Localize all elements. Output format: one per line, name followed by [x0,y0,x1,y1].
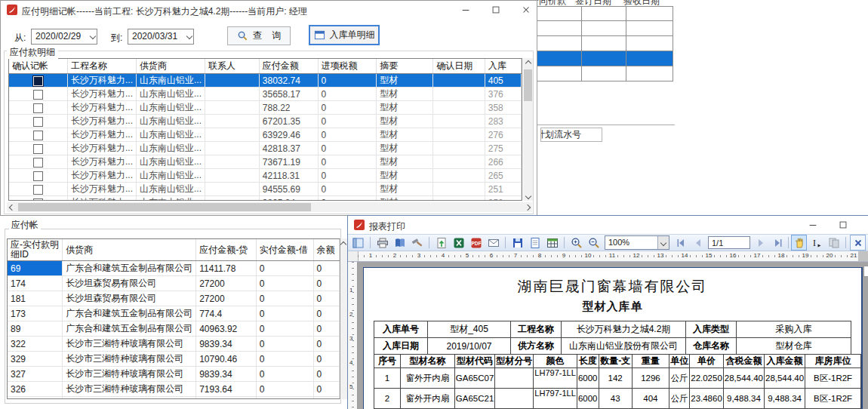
cell[interactable]: 0 [313,337,339,352]
cell[interactable]: 长沙坦森贸易有限公司 [63,276,196,291]
page-indicator-input[interactable]: 1/1 [708,236,750,249]
confirm-checkbox[interactable] [33,103,43,113]
cell[interactable]: 0 [256,261,313,276]
cell[interactable]: 0 [313,276,339,291]
cell[interactable]: 广东合和建筑五金制品有限公司 [63,261,196,276]
scroll-up-icon[interactable] [340,241,346,248]
next-page-button[interactable] [753,235,768,251]
hand-tool-button[interactable] [791,235,807,251]
cell[interactable]: 0 [256,276,313,291]
cell[interactable]: 322 [8,337,63,352]
report-panel-button[interactable] [350,235,366,251]
cell[interactable]: 27200 [196,291,257,306]
scrollbar-thumb[interactable] [524,69,532,101]
cell[interactable]: 69 [8,261,63,276]
column-header[interactable]: 供货商 [63,239,196,261]
cell[interactable]: 长沙市三湘特种玻璃有限公司 [63,352,196,367]
column-header[interactable]: 摘要 [377,59,433,74]
cell[interactable]: 长沙市三湘特种玻璃有限公司 [63,337,196,352]
scroll-right-icon[interactable] [524,204,530,210]
column-header[interactable]: 应付金额 [259,59,318,74]
column-header[interactable]: 余额 [313,239,339,261]
cell[interactable]: 长沙市三湘特种玻璃有限公司 [63,367,196,382]
close-button[interactable] [861,216,868,234]
cell[interactable]: 0 [256,367,313,382]
table-row[interactable]: 长沙万科魅力...山东南山铝业...94555.690型材251 [9,183,522,196]
view-document-button[interactable] [527,235,543,251]
cell[interactable]: 长沙坦森贸易有限公司 [63,291,196,306]
scroll-left-icon[interactable] [8,204,14,210]
send-mail-button[interactable] [485,235,501,251]
titlebar[interactable]: 应付明细记帐------当前工程: 长沙万科魅力之城4.2期------当前用户… [1,1,537,20]
report-preview-area[interactable]: 12345 湖南巨晟门窗幕墙有限公司 型材入库单 入库单号型材_405工程名称长… [348,262,868,409]
close-button[interactable] [514,1,538,19]
first-page-button[interactable] [673,235,688,251]
table-row[interactable] [528,66,673,81]
column-header[interactable]: 入库 [485,59,521,74]
confirm-checkbox[interactable] [33,158,43,168]
column-header[interactable]: 供货商 [137,59,205,74]
printer-button[interactable] [374,235,390,251]
table-row[interactable]: 173广东合和建筑五金制品有限公司774.400 [8,306,340,321]
inbound-detail-button[interactable]: 入库单明细 [309,25,380,45]
cell[interactable]: 0 [256,321,313,337]
table-row[interactable]: 327长沙市三湘特种玻璃有限公司9839.3400 [8,367,340,382]
copy-pages-button[interactable] [826,235,842,251]
cell[interactable]: 174 [8,276,63,291]
column-header[interactable]: 应付金额-贷 [196,239,257,261]
column-header[interactable]: 进项税额 [318,59,377,74]
cell[interactable] [196,397,257,400]
table-row[interactable]: 89广东合和建筑五金制品有限公司40963.9200 [8,321,340,337]
table-row[interactable]: 326长沙市三湘特种玻璃有限公司7193.6400 [8,382,340,397]
export-grid-button[interactable] [544,235,560,251]
table-row[interactable]: 长沙万科魅力...山东南山铝业...63929.460型材276 [9,128,522,142]
confirm-checkbox[interactable] [33,198,43,201]
confirm-checkbox[interactable] [33,117,43,127]
zoom-out-button[interactable] [586,235,602,251]
save-report-button[interactable] [509,235,525,251]
scroll-up-icon[interactable] [525,60,531,66]
preview-scrollbar-top[interactable] [863,266,868,277]
table-row[interactable]: 69广东合和建筑五金制品有限公司11411.7800 [8,261,340,276]
table-row[interactable]: 329长沙市三湘特种玻璃有限公司10790.4600 [8,352,340,367]
cell[interactable]: 0 [313,382,339,397]
cell[interactable]: 0 [313,306,339,321]
cell[interactable]: 27200 [196,276,257,291]
table-row[interactable]: 长沙万科魅力...山东南山铝业...38032.740型材405 [9,74,522,88]
minimize-button[interactable] [454,1,478,19]
minimize-button[interactable] [801,216,825,234]
maximize-button[interactable] [831,216,855,234]
confirm-checkbox[interactable] [33,76,43,86]
table-row[interactable]: 长沙万科魅力...山东南山铝业...788.220型材358 [9,101,522,115]
cell[interactable]: 181 [8,291,63,306]
cell[interactable]: 0 [313,367,339,382]
page-options-button[interactable] [409,235,425,251]
zoom-in-button[interactable] [568,235,584,251]
table-row[interactable]: 长沙万科魅力...山东南山铝业...35658.170型材376 [9,88,522,101]
zoom-combobox[interactable]: 100% [605,235,669,250]
cell[interactable] [8,397,63,400]
column-header[interactable]: 确认日期 [433,59,485,74]
confirm-checkbox[interactable] [33,131,43,140]
maximize-button[interactable] [484,1,508,19]
prev-page-button[interactable] [690,235,706,251]
cell[interactable]: 广东合和建筑五金制品有限公司 [63,321,196,337]
export-report-button[interactable] [433,235,449,251]
scroll-down-icon[interactable] [525,192,531,198]
table-row[interactable]: 长沙市三湘特种玻璃有限公司 [8,397,340,400]
table-row[interactable]: 长沙万科魅力...山东南山铝业...42118.310型材265 [9,169,522,183]
cell[interactable]: 327 [8,367,63,382]
cell[interactable]: 7193.64 [196,382,257,397]
table-row[interactable]: 181长沙坦森贸易有限公司2720000 [8,291,340,306]
table-row[interactable]: 长沙万科魅力...山东南山铝业...73671.190型材266 [9,155,522,169]
table-row[interactable] [528,36,673,51]
cell[interactable]: 0 [313,352,339,367]
cell[interactable]: 0 [256,337,313,352]
cell[interactable] [313,397,339,400]
cell[interactable]: 0 [313,261,339,276]
cell[interactable]: 9839.34 [196,367,257,382]
table-row[interactable]: 174长沙坦森贸易有限公司2720000 [8,276,340,291]
cell[interactable]: 0 [313,291,339,306]
cell[interactable]: 326 [8,382,63,397]
cell[interactable]: 11411.78 [196,261,257,276]
